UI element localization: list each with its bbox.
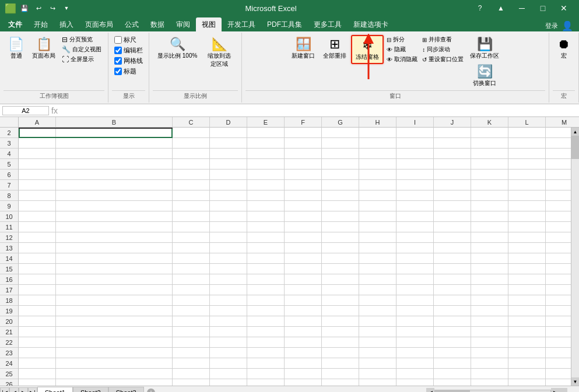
cell-M9[interactable] bbox=[546, 201, 571, 211]
tab-home[interactable]: 开始 bbox=[28, 17, 54, 31]
cell-E2[interactable] bbox=[247, 128, 285, 138]
cb-editbar[interactable]: 编辑栏 bbox=[113, 45, 144, 55]
cell-L14[interactable] bbox=[508, 253, 546, 264]
cell-K9[interactable] bbox=[471, 201, 508, 211]
cell-K18[interactable] bbox=[471, 295, 508, 306]
cell-M5[interactable] bbox=[546, 159, 571, 169]
cell-M22[interactable] bbox=[546, 337, 571, 348]
btn-switch-window[interactable]: 🔄 切换窗口 bbox=[466, 62, 503, 89]
cell-A14[interactable] bbox=[19, 253, 56, 264]
cell-J23[interactable] bbox=[434, 348, 471, 358]
cell-F25[interactable] bbox=[285, 369, 322, 379]
cell-K5[interactable] bbox=[471, 159, 508, 169]
cell-I26[interactable] bbox=[396, 379, 434, 386]
cell-H12[interactable] bbox=[359, 232, 396, 243]
cell-L10[interactable] bbox=[508, 211, 546, 222]
cell-F3[interactable] bbox=[285, 138, 322, 149]
tab-formula[interactable]: 公式 bbox=[119, 17, 145, 31]
cell-D18[interactable] bbox=[210, 295, 247, 306]
cell-A8[interactable] bbox=[19, 190, 56, 201]
cell-H2[interactable] bbox=[359, 128, 396, 138]
cell-G15[interactable] bbox=[322, 264, 359, 274]
cell-F13[interactable] bbox=[285, 243, 322, 253]
cell-G8[interactable] bbox=[322, 190, 359, 201]
cell-C15[interactable] bbox=[173, 264, 210, 274]
cell-C9[interactable] bbox=[173, 201, 210, 211]
cell-D5[interactable] bbox=[210, 159, 247, 169]
cell-B5[interactable] bbox=[56, 159, 173, 169]
tab-file[interactable]: 文件 bbox=[2, 17, 28, 31]
cell-F2[interactable] bbox=[285, 128, 322, 138]
btn-zoom[interactable]: 🔍 显示比例 100% bbox=[154, 35, 201, 62]
cell-C2[interactable] bbox=[173, 128, 210, 138]
cell-H14[interactable] bbox=[359, 253, 396, 264]
cell-J14[interactable] bbox=[434, 253, 471, 264]
cell-L15[interactable] bbox=[508, 264, 546, 274]
tab-pagelayout[interactable]: 页面布局 bbox=[79, 17, 119, 31]
cell-D22[interactable] bbox=[210, 337, 247, 348]
cell-D17[interactable] bbox=[210, 285, 247, 295]
cell-K2[interactable] bbox=[471, 128, 508, 138]
cell-F5[interactable] bbox=[285, 159, 322, 169]
btn-reset-window[interactable]: ↺ 重设窗口位置 bbox=[420, 55, 465, 64]
cell-B17[interactable] bbox=[56, 285, 173, 295]
cell-B26[interactable] bbox=[56, 379, 173, 386]
cell-A2[interactable] bbox=[19, 128, 56, 138]
sheet-tab-2[interactable]: Sheet2 bbox=[73, 387, 108, 393]
cell-L4[interactable] bbox=[508, 149, 546, 159]
cell-L7[interactable] bbox=[508, 180, 546, 190]
cell-B11[interactable] bbox=[56, 222, 173, 232]
cell-H15[interactable] bbox=[359, 264, 396, 274]
cell-A16[interactable] bbox=[19, 274, 56, 285]
cell-K19[interactable] bbox=[471, 306, 508, 316]
cell-H16[interactable] bbox=[359, 274, 396, 285]
cell-M13[interactable] bbox=[546, 243, 571, 253]
cell-E14[interactable] bbox=[247, 253, 285, 264]
cell-D2[interactable] bbox=[210, 128, 247, 138]
minimize-button[interactable]: ─ bbox=[511, 0, 532, 16]
gridlines-checkbox[interactable] bbox=[114, 57, 122, 65]
cell-I21[interactable] bbox=[396, 327, 434, 337]
cell-C8[interactable] bbox=[173, 190, 210, 201]
cell-L12[interactable] bbox=[508, 232, 546, 243]
share-icon[interactable]: 👤 bbox=[562, 20, 573, 31]
cell-G13[interactable] bbox=[322, 243, 359, 253]
cell-D12[interactable] bbox=[210, 232, 247, 243]
sheet-nav-prev[interactable]: ◀ bbox=[9, 387, 19, 393]
cell-G22[interactable] bbox=[322, 337, 359, 348]
cell-I9[interactable] bbox=[396, 201, 434, 211]
cell-D10[interactable] bbox=[210, 211, 247, 222]
cell-I18[interactable] bbox=[396, 295, 434, 306]
cell-H5[interactable] bbox=[359, 159, 396, 169]
editbar-checkbox[interactable] bbox=[114, 47, 122, 54]
cell-H17[interactable] bbox=[359, 285, 396, 295]
cell-G21[interactable] bbox=[322, 327, 359, 337]
cell-J12[interactable] bbox=[434, 232, 471, 243]
maximize-button[interactable]: □ bbox=[532, 0, 553, 16]
btn-fullscreen[interactable]: ⛶ 全屏显示 bbox=[60, 55, 103, 64]
cell-E17[interactable] bbox=[247, 285, 285, 295]
cell-D21[interactable] bbox=[210, 327, 247, 337]
cell-E13[interactable] bbox=[247, 243, 285, 253]
cell-K23[interactable] bbox=[471, 348, 508, 358]
cell-D24[interactable] bbox=[210, 358, 247, 369]
cell-C26[interactable] bbox=[173, 379, 210, 386]
cell-L17[interactable] bbox=[508, 285, 546, 295]
cell-E6[interactable] bbox=[247, 169, 285, 180]
cell-K8[interactable] bbox=[471, 190, 508, 201]
headings-checkbox[interactable] bbox=[114, 68, 122, 75]
cell-C11[interactable] bbox=[173, 222, 210, 232]
cell-G23[interactable] bbox=[322, 348, 359, 358]
sheet-nav-last[interactable]: ▶| bbox=[28, 387, 37, 393]
cell-A26[interactable] bbox=[19, 379, 56, 386]
hscroll-right[interactable]: ▶ bbox=[551, 388, 559, 393]
cell-B12[interactable] bbox=[56, 232, 173, 243]
cell-F16[interactable] bbox=[285, 274, 322, 285]
cell-I25[interactable] bbox=[396, 369, 434, 379]
cell-J18[interactable] bbox=[434, 295, 471, 306]
cell-M19[interactable] bbox=[546, 306, 571, 316]
cell-M8[interactable] bbox=[546, 190, 571, 201]
btn-arrange-all[interactable]: ⊞ 全部重排 bbox=[320, 35, 350, 62]
cell-E3[interactable] bbox=[247, 138, 285, 149]
cell-A6[interactable] bbox=[19, 169, 56, 180]
